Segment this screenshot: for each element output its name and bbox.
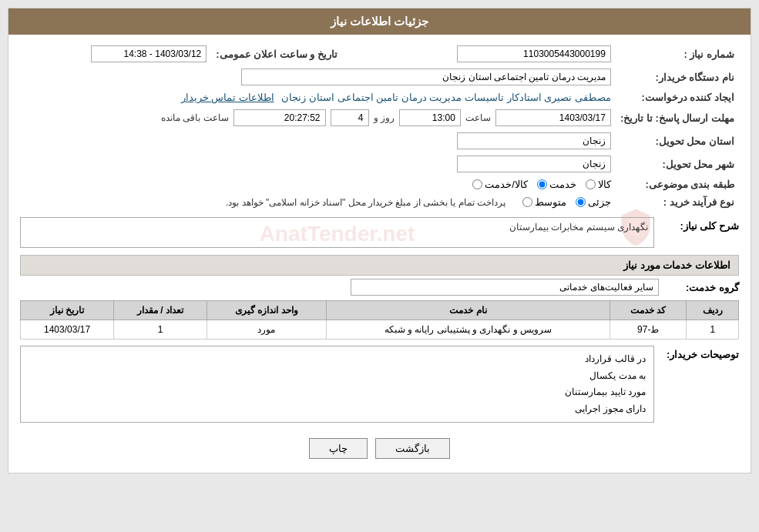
back-button[interactable]: بازگشت bbox=[375, 438, 450, 459]
group-label: گروه خدمت: bbox=[662, 282, 739, 293]
tabaqe-kala-radio[interactable] bbox=[586, 179, 596, 189]
page-header: جزئیات اطلاعات نیاز bbox=[8, 8, 751, 35]
mohlat-remaining-label: ساعت باقی مانده bbox=[161, 112, 229, 123]
col-radif: ردیف bbox=[687, 301, 739, 320]
col-quantity: تعداد / مقدار bbox=[114, 301, 207, 320]
tabaqe-kala-khadamat-radio[interactable] bbox=[472, 179, 482, 189]
cell-name: سرویس و نگهداری و پشتیبانی رایانه و شبکه bbox=[326, 320, 610, 340]
col-date: تاریخ نیاز bbox=[21, 301, 114, 320]
buyer-desc-label: توصیحات خریدار: bbox=[662, 346, 739, 360]
buyer-desc-box: در قالب قراردادبه مدت یکسالمورد تایید بی… bbox=[20, 346, 654, 423]
tabaqe-khadamat-label: خدمت bbox=[549, 179, 576, 190]
buyer-desc-line: دارای مجوز اجرایی bbox=[29, 401, 646, 418]
tabaqe-kala-khadamat-label: کالا/خدمت bbox=[485, 179, 528, 190]
buyer-desc-row: توصیحات خریدار: در قالب قراردادبه مدت یک… bbox=[20, 346, 739, 423]
group-row: گروه خدمت: bbox=[20, 279, 739, 296]
farayand-note: پرداخت تمام یا بخشی از مبلغ خریدار محل "… bbox=[226, 197, 505, 208]
shahr-label: شهر محل تحویل: bbox=[616, 152, 739, 176]
ijad-konande-value: مصطفی نصیری استادکار تاسیسات مدیریت درما… bbox=[281, 92, 611, 103]
mohlat-label: مهلت ارسال پاسخ: تا تاریخ: bbox=[616, 106, 739, 129]
tabaqe-kala-label: کالا bbox=[598, 179, 611, 190]
contact-link[interactable]: اطلاعات تماس خریدار bbox=[181, 92, 274, 103]
farayand-jazei-label: جزئی bbox=[588, 196, 611, 208]
ostan-input[interactable] bbox=[457, 132, 611, 149]
content-area: شماره نیاز : تاریخ و ساعت اعلان عمومی: ن… bbox=[8, 35, 751, 473]
buyer-desc-line: به مدت یکسال bbox=[29, 368, 646, 385]
buyer-desc-line: مورد تایید بیمارستنان bbox=[29, 384, 646, 401]
cell-unit: مورد bbox=[207, 320, 327, 340]
cell-quantity: 1 bbox=[114, 320, 207, 340]
page-title: جزئیات اطلاعات نیاز bbox=[331, 15, 428, 28]
ijad-konande-label: ایجاد کننده درخواست: bbox=[616, 89, 739, 106]
services-table: ردیف کد خدمت نام خدمت واحد اندازه گیری ت… bbox=[20, 300, 739, 340]
main-container: جزئیات اطلاعات نیاز شماره نیاز : تاریخ و… bbox=[8, 8, 751, 473]
shahr-input[interactable] bbox=[457, 156, 611, 172]
col-name: نام خدمت bbox=[326, 301, 610, 320]
button-row: بازگشت چاپ bbox=[20, 429, 739, 465]
tarikh-elaan-input[interactable] bbox=[91, 45, 207, 62]
group-value-input[interactable] bbox=[351, 279, 659, 296]
sharh-label: شرح کلی نیاز: bbox=[662, 217, 739, 232]
mohlat-days-input[interactable] bbox=[331, 109, 369, 126]
shomara-niaz-input[interactable] bbox=[457, 45, 611, 62]
sharh-textarea[interactable] bbox=[20, 217, 654, 248]
nam-dastgah-label: نام دستگاه خریدار: bbox=[616, 65, 739, 89]
mohlat-days-label: روز و bbox=[374, 112, 395, 123]
page-wrapper: جزئیات اطلاعات نیاز شماره نیاز : تاریخ و… bbox=[0, 0, 759, 481]
col-code: کد خدمت bbox=[610, 301, 687, 320]
mohlat-time-input[interactable] bbox=[399, 109, 461, 126]
cell-radif: 1 bbox=[687, 320, 739, 340]
col-unit: واحد اندازه گیری bbox=[207, 301, 327, 320]
tabaqe-label: طبقه بندی موضوعی: bbox=[616, 176, 739, 193]
mohlat-date-input[interactable] bbox=[495, 109, 611, 126]
info-table: شماره نیاز : تاریخ و ساعت اعلان عمومی: ن… bbox=[20, 42, 739, 211]
farayand-motawaset-label: متوسط bbox=[535, 196, 566, 208]
ostan-label: استان محل تحویل: bbox=[616, 129, 739, 152]
buyer-desc-line: در قالب قرارداد bbox=[29, 351, 646, 368]
shomara-niaz-label: شماره نیاز : bbox=[616, 42, 739, 65]
tarikh-elaan-label: تاریخ و ساعت اعلان عمومی: bbox=[211, 42, 342, 65]
tabaqe-khadamat-radio[interactable] bbox=[537, 179, 547, 189]
farayand-jazei-radio[interactable] bbox=[576, 197, 586, 207]
sharh-container: AnatTender.net نگهداری سیستم مخابرات بیم… bbox=[20, 217, 654, 250]
print-button[interactable]: چاپ bbox=[309, 438, 368, 459]
cell-code: ط-97 bbox=[610, 320, 687, 340]
table-row: 1ط-97سرویس و نگهداری و پشتیبانی رایانه و… bbox=[21, 320, 739, 340]
farayand-motawaset-radio[interactable] bbox=[522, 197, 532, 207]
farayand-label: نوع فرآیند خرید : bbox=[616, 193, 739, 211]
sharh-row: شرح کلی نیاز: AnatTender.net نگهداری سیس… bbox=[20, 217, 739, 250]
cell-date: 1403/03/17 bbox=[21, 320, 114, 340]
nam-dastgah-input[interactable] bbox=[241, 69, 611, 85]
services-section-header: اطلاعات خدمات مورد نیاز bbox=[20, 255, 739, 276]
mohlat-time-label: ساعت bbox=[465, 112, 491, 123]
mohlat-remaining-input[interactable] bbox=[233, 109, 326, 126]
